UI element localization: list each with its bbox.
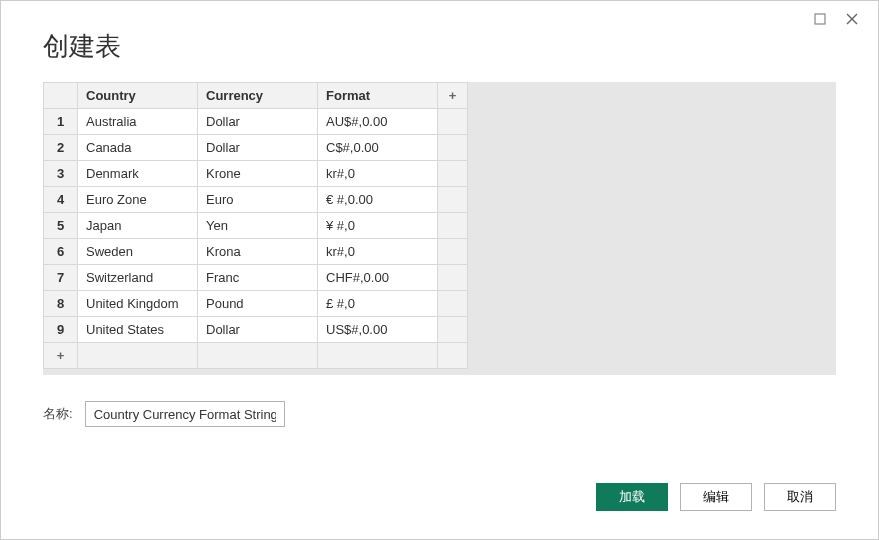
table-cell[interactable]: US$#,0.00 [318,317,438,343]
header-row: Country Currency Format + [44,83,468,109]
row-number[interactable]: 7 [44,265,78,291]
table-cell[interactable]: Dollar [198,135,318,161]
table-cell[interactable]: £ #,0 [318,291,438,317]
table-cell[interactable]: Franc [198,265,318,291]
table-cell[interactable]: Australia [78,109,198,135]
empty-cell[interactable] [78,343,198,369]
row-extra-cell[interactable] [438,213,468,239]
table-row: 8United KingdomPound£ #,0 [44,291,468,317]
svg-rect-0 [815,14,825,24]
row-extra-cell[interactable] [438,161,468,187]
create-table-dialog: 创建表 Country Currency Format + 1Australia… [0,0,879,540]
cancel-button[interactable]: 取消 [764,483,836,511]
table-cell[interactable]: Krona [198,239,318,265]
row-number[interactable]: 8 [44,291,78,317]
table-row: 1AustraliaDollarAU$#,0.00 [44,109,468,135]
edit-button[interactable]: 编辑 [680,483,752,511]
add-row-button[interactable]: + [44,343,78,369]
table-cell[interactable]: Dollar [198,109,318,135]
row-extra-cell[interactable] [438,291,468,317]
table-cell[interactable]: € #,0.00 [318,187,438,213]
add-row[interactable]: + [44,343,468,369]
row-number[interactable]: 2 [44,135,78,161]
dialog-content: Country Currency Format + 1AustraliaDoll… [1,82,878,427]
table-cell[interactable]: Euro [198,187,318,213]
table-cell[interactable]: CHF#,0.00 [318,265,438,291]
name-row: 名称: [43,401,836,427]
table-cell[interactable]: Yen [198,213,318,239]
col-header-country[interactable]: Country [78,83,198,109]
table-cell[interactable]: United Kingdom [78,291,198,317]
maximize-icon[interactable] [806,5,834,33]
table-row: 5JapanYen¥ #,0 [44,213,468,239]
table-cell[interactable]: Pound [198,291,318,317]
table-cell[interactable]: kr#,0 [318,161,438,187]
table-cell[interactable]: Sweden [78,239,198,265]
table-row: 6SwedenKronakr#,0 [44,239,468,265]
table-row: 2CanadaDollarC$#,0.00 [44,135,468,161]
empty-cell[interactable] [438,343,468,369]
name-label: 名称: [43,405,73,423]
empty-cell[interactable] [318,343,438,369]
dialog-footer: 加载 编辑 取消 [596,483,836,511]
row-number[interactable]: 4 [44,187,78,213]
load-button[interactable]: 加载 [596,483,668,511]
row-number[interactable]: 6 [44,239,78,265]
table-cell[interactable]: kr#,0 [318,239,438,265]
table-container: Country Currency Format + 1AustraliaDoll… [43,82,836,375]
corner-cell[interactable] [44,83,78,109]
table-cell[interactable]: Canada [78,135,198,161]
table-row: 9United StatesDollarUS$#,0.00 [44,317,468,343]
table-row: 7SwitzerlandFrancCHF#,0.00 [44,265,468,291]
table-cell[interactable]: United States [78,317,198,343]
table-row: 3DenmarkKronekr#,0 [44,161,468,187]
col-header-format[interactable]: Format [318,83,438,109]
table-cell[interactable]: Krone [198,161,318,187]
table-row: 4Euro ZoneEuro€ #,0.00 [44,187,468,213]
col-header-currency[interactable]: Currency [198,83,318,109]
row-extra-cell[interactable] [438,239,468,265]
close-icon[interactable] [838,5,866,33]
table-cell[interactable]: Japan [78,213,198,239]
row-number[interactable]: 1 [44,109,78,135]
data-grid[interactable]: Country Currency Format + 1AustraliaDoll… [43,82,468,369]
row-number[interactable]: 9 [44,317,78,343]
row-number[interactable]: 5 [44,213,78,239]
row-extra-cell[interactable] [438,317,468,343]
row-extra-cell[interactable] [438,109,468,135]
row-extra-cell[interactable] [438,187,468,213]
add-column-button[interactable]: + [438,83,468,109]
table-cell[interactable]: C$#,0.00 [318,135,438,161]
row-number[interactable]: 3 [44,161,78,187]
name-input[interactable] [85,401,285,427]
table-cell[interactable]: Dollar [198,317,318,343]
table-cell[interactable]: Denmark [78,161,198,187]
table-cell[interactable]: ¥ #,0 [318,213,438,239]
table-cell[interactable]: Switzerland [78,265,198,291]
dialog-title: 创建表 [1,29,878,64]
table-cell[interactable]: Euro Zone [78,187,198,213]
table-cell[interactable]: AU$#,0.00 [318,109,438,135]
row-extra-cell[interactable] [438,265,468,291]
empty-cell[interactable] [198,343,318,369]
row-extra-cell[interactable] [438,135,468,161]
